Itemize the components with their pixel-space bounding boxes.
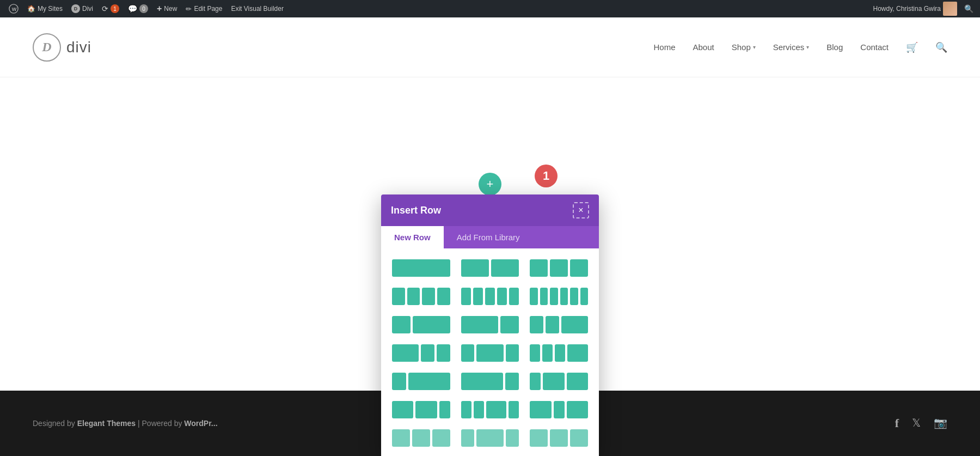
footer-social: f 𝕏 📷 (895, 416, 947, 430)
layout-3col[interactable] (528, 257, 590, 279)
layout-2col[interactable] (459, 257, 522, 279)
nav-services[interactable]: Services ▾ (773, 42, 810, 52)
wordpress-link[interactable]: WordPr... (184, 419, 217, 428)
layout-1-1-2[interactable] (528, 314, 590, 336)
layout-2-1-1[interactable] (390, 342, 452, 364)
col-block (432, 429, 450, 447)
layout-1-2-2[interactable] (528, 370, 590, 392)
layout-extra-2[interactable] (459, 427, 522, 449)
col-block (392, 429, 410, 447)
col-block (567, 344, 588, 362)
wordpress-logo[interactable]: W (4, 0, 23, 17)
updates-icon: ⟳ (102, 4, 108, 13)
instagram-icon[interactable]: 📷 (934, 416, 947, 430)
layout-extra-3[interactable] (528, 427, 590, 449)
modal-body (381, 248, 599, 456)
new-content-menu[interactable]: + New (152, 0, 181, 17)
layout-1-2-1[interactable] (459, 342, 522, 364)
comments-menu[interactable]: 💬 0 (124, 0, 152, 17)
nav-about-label: About (693, 42, 714, 52)
tab-new-row[interactable]: New Row (381, 226, 444, 248)
logo-circle: D (33, 33, 61, 62)
footer-powered-by: | Powered by (136, 419, 184, 428)
cart-icon[interactable]: 🛒 (906, 41, 918, 53)
nav-shop[interactable]: Shop ▾ (732, 42, 756, 52)
plus-icon: + (487, 178, 494, 190)
user-avatar (943, 2, 957, 16)
layouts-grid (390, 257, 590, 449)
comments-count: 0 (139, 4, 148, 13)
layout-1-1-1-2[interactable] (528, 342, 590, 364)
layout-3-1[interactable] (459, 370, 522, 392)
plus-icon: + (157, 4, 162, 14)
new-label: New (164, 5, 177, 13)
modal-header: Insert Row × (381, 194, 599, 226)
nav-blog[interactable]: Blog (826, 42, 843, 52)
layout-4col[interactable] (390, 285, 452, 307)
col-block (570, 288, 578, 305)
nav-home[interactable]: Home (653, 42, 675, 52)
twitter-icon[interactable]: 𝕏 (912, 416, 921, 430)
col-block (542, 344, 553, 362)
col-block (509, 288, 519, 305)
col-block (570, 429, 588, 447)
exit-builder-btn[interactable]: Exit Visual Builder (226, 0, 288, 17)
modal-tabs: New Row Add From Library (381, 226, 599, 248)
col-block (421, 344, 434, 362)
col-block (474, 401, 484, 418)
col-block (413, 316, 450, 333)
search-icon[interactable]: 🔍 (935, 41, 947, 53)
col-block (555, 344, 565, 362)
col-block (540, 288, 548, 305)
layout-2-1-2[interactable] (528, 399, 590, 421)
layout-1-2[interactable] (390, 314, 452, 336)
col-block (461, 259, 489, 277)
admin-bar: W 🏠 My Sites D Divi ⟳ 1 💬 0 + New ✏ Edit… (0, 0, 980, 17)
col-block (506, 344, 519, 362)
pencil-icon: ✏ (186, 5, 192, 13)
col-block (392, 316, 411, 333)
col-block (476, 344, 503, 362)
howdy-user[interactable]: Howdy, Christina Gwira (869, 2, 961, 16)
col-block (461, 429, 475, 447)
layout-6col[interactable] (528, 285, 590, 307)
col-block (550, 429, 568, 447)
elegant-themes-link[interactable]: Elegant Themes (77, 419, 136, 428)
tab-new-row-label: New Row (394, 233, 431, 242)
nav-shop-label: Shop (732, 42, 751, 52)
col-block (437, 288, 450, 305)
close-icon: × (578, 205, 583, 215)
col-block (415, 401, 437, 418)
tab-add-from-library[interactable]: Add From Library (444, 226, 533, 248)
admin-search-btn[interactable]: 🔍 (961, 2, 976, 16)
modal-close-button[interactable]: × (573, 202, 589, 218)
divi-menu[interactable]: D Divi (67, 0, 97, 17)
edit-page-btn[interactable]: ✏ Edit Page (181, 0, 226, 17)
nav-about[interactable]: About (693, 42, 714, 52)
layout-1col[interactable] (390, 257, 452, 279)
my-sites-icon: 🏠 (27, 5, 35, 13)
nav-contact[interactable]: Contact (860, 42, 889, 52)
col-block (392, 373, 406, 390)
col-block (461, 344, 475, 362)
col-block (530, 259, 548, 277)
layout-1-3[interactable] (390, 370, 452, 392)
my-sites-menu[interactable]: 🏠 My Sites (23, 0, 67, 17)
facebook-icon[interactable]: f (895, 416, 899, 430)
updates-menu[interactable]: ⟳ 1 (97, 0, 124, 17)
layout-extra-1[interactable] (390, 427, 452, 449)
col-block (422, 288, 435, 305)
add-row-button[interactable]: + (479, 173, 501, 196)
divi-label: Divi (82, 5, 93, 13)
site-logo[interactable]: D divi (33, 33, 91, 62)
my-sites-label: My Sites (38, 5, 63, 13)
col-block (530, 288, 537, 305)
layout-1-1-2-1[interactable] (459, 399, 522, 421)
col-block (412, 429, 430, 447)
layout-5col[interactable] (459, 285, 522, 307)
nav-blog-label: Blog (826, 42, 843, 52)
col-block (461, 288, 471, 305)
exit-builder-label: Exit Visual Builder (231, 5, 284, 13)
layout-2-2-1[interactable] (390, 399, 452, 421)
layout-2-1[interactable] (459, 314, 522, 336)
